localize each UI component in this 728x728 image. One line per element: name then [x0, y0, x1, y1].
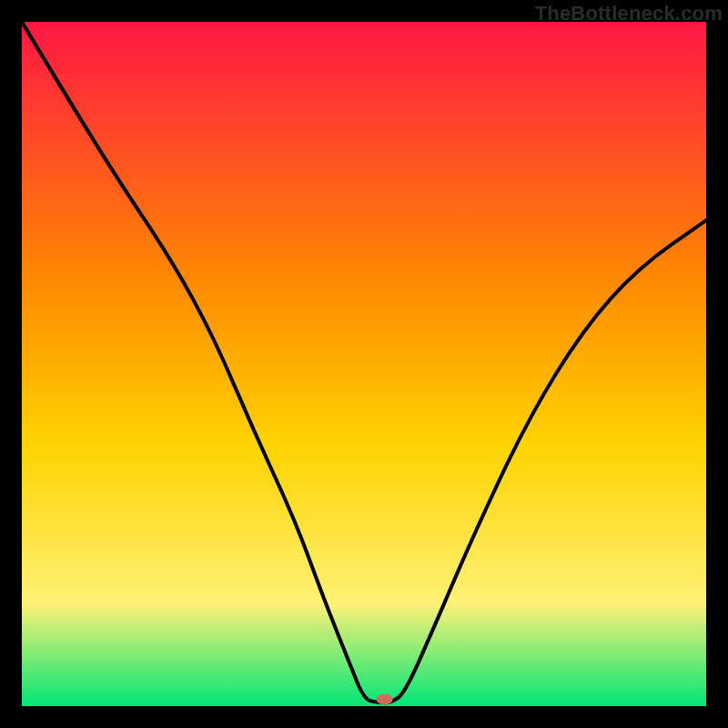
chart-frame: TheBottleneck.com [0, 0, 728, 728]
gradient-background [22, 22, 706, 706]
chart-svg [22, 22, 706, 706]
watermark-text: TheBottleneck.com [535, 2, 723, 25]
optimum-marker [377, 694, 393, 705]
plot-area [22, 22, 706, 706]
